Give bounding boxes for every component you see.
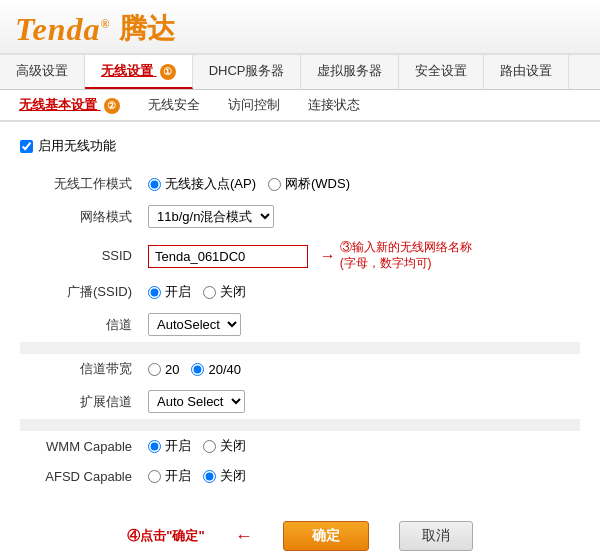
afsd-off-label[interactable]: 关闭: [203, 467, 246, 485]
channel-bw-2040-text: 20/40: [208, 362, 241, 377]
ext-channel-value: Auto Select 上: [140, 384, 580, 419]
enable-wireless-checkbox[interactable]: [20, 140, 33, 153]
nav-item-dhcp[interactable]: DHCP服务器: [193, 55, 302, 89]
network-mode-value: 11b/g/n混合模式 11b模式 11g模式 11n模式: [140, 199, 580, 234]
broadcast-on-label[interactable]: 开启: [148, 283, 191, 301]
channel-bw-row: 信道带宽 20 20/40: [20, 354, 580, 384]
network-mode-label: 网络模式: [20, 199, 140, 234]
ext-channel-select[interactable]: Auto Select 上: [148, 390, 245, 413]
channel-bw-value: 20 20/40: [140, 354, 580, 384]
channel-label: 信道: [20, 307, 140, 342]
wmm-off-radio[interactable]: [203, 440, 216, 453]
wmm-off-label[interactable]: 关闭: [203, 437, 246, 455]
channel-value: AutoSelect 1234 5678 910111213: [140, 307, 580, 342]
enable-wireless-label[interactable]: 启用无线功能: [38, 137, 116, 155]
work-mode-row: 无线工作模式 无线接入点(AP) 网桥(WDS): [20, 169, 580, 199]
broadcast-off-label[interactable]: 关闭: [203, 283, 246, 301]
broadcast-radio-group: 开启 关闭: [148, 283, 572, 301]
afsd-on-label[interactable]: 开启: [148, 467, 191, 485]
work-mode-wds-text: 网桥(WDS): [285, 175, 350, 193]
channel-bw-20-radio[interactable]: [148, 363, 161, 376]
wmm-row: WMM Capable 开启 关闭: [20, 431, 580, 461]
nav-item-wireless[interactable]: 无线设置 ①: [85, 55, 193, 89]
broadcast-off-text: 关闭: [220, 283, 246, 301]
header: Tenda® 腾达: [0, 0, 600, 55]
channel-bw-2040-label[interactable]: 20/40: [191, 362, 241, 377]
wmm-value: 开启 关闭: [140, 431, 580, 461]
broadcast-label: 广播(SSID): [20, 277, 140, 307]
ssid-value: → ③输入新的无线网络名称(字母，数字均可): [140, 234, 580, 277]
logo-chinese: 腾达: [119, 10, 175, 48]
work-mode-wds-label[interactable]: 网桥(WDS): [268, 175, 350, 193]
wmm-on-text: 开启: [165, 437, 191, 455]
confirm-button[interactable]: 确定: [283, 521, 369, 551]
nav-item-routing[interactable]: 路由设置: [484, 55, 569, 89]
logo-tenda: Tenda®: [15, 11, 111, 48]
ssid-arrow-icon: →: [320, 247, 336, 265]
step1-marker: ①: [160, 64, 176, 80]
ssid-input[interactable]: [148, 245, 308, 268]
broadcast-on-text: 开启: [165, 283, 191, 301]
work-mode-ap-radio[interactable]: [148, 178, 161, 191]
work-mode-radio-group: 无线接入点(AP) 网桥(WDS): [148, 175, 572, 193]
wmm-on-label[interactable]: 开启: [148, 437, 191, 455]
section-divider-2: [20, 419, 580, 431]
network-mode-row: 网络模式 11b/g/n混合模式 11b模式 11g模式 11n模式: [20, 199, 580, 234]
nav-item-security[interactable]: 安全设置: [399, 55, 484, 89]
sub-basic-label: 无线基本设置: [19, 97, 97, 112]
cancel-button[interactable]: 取消: [399, 521, 473, 551]
channel-bw-20-label[interactable]: 20: [148, 362, 179, 377]
work-mode-ap-label[interactable]: 无线接入点(AP): [148, 175, 256, 193]
wmm-radio-group: 开启 关闭: [148, 437, 572, 455]
step4-arrow-icon: ←: [235, 526, 253, 547]
ssid-row: SSID → ③输入新的无线网络名称(字母，数字均可): [20, 234, 580, 277]
afsd-label: AFSD Capable: [20, 461, 140, 491]
settings-table: 无线工作模式 无线接入点(AP) 网桥(WDS) 网络模式: [20, 169, 580, 491]
channel-row: 信道 AutoSelect 1234 5678 910111213: [20, 307, 580, 342]
sub-nav-security[interactable]: 无线安全: [134, 90, 214, 120]
nav-item-advanced[interactable]: 高级设置: [0, 55, 85, 89]
broadcast-row: 广播(SSID) 开启 关闭: [20, 277, 580, 307]
afsd-off-radio[interactable]: [203, 470, 216, 483]
step2-marker: ②: [104, 98, 120, 114]
nav-wireless-label: 无线设置: [101, 63, 153, 78]
ssid-hint-text: ③输入新的无线网络名称(字母，数字均可): [340, 240, 472, 271]
logo-text: Tenda: [15, 11, 101, 47]
enable-wireless-row: 启用无线功能: [20, 137, 580, 155]
channel-bw-20-text: 20: [165, 362, 179, 377]
afsd-value: 开启 关闭: [140, 461, 580, 491]
wmm-off-text: 关闭: [220, 437, 246, 455]
section-divider-1: [20, 342, 580, 354]
logo-reg: ®: [101, 17, 111, 31]
afsd-off-text: 关闭: [220, 467, 246, 485]
sub-nav: 无线基本设置 ② 无线安全 访问控制 连接状态: [0, 90, 600, 122]
sub-nav-access[interactable]: 访问控制: [214, 90, 294, 120]
afsd-on-text: 开启: [165, 467, 191, 485]
network-mode-select[interactable]: 11b/g/n混合模式 11b模式 11g模式 11n模式: [148, 205, 274, 228]
ssid-label: SSID: [20, 234, 140, 277]
ext-channel-label: 扩展信道: [20, 384, 140, 419]
afsd-radio-group: 开启 关闭: [148, 467, 572, 485]
broadcast-value: 开启 关闭: [140, 277, 580, 307]
work-mode-label: 无线工作模式: [20, 169, 140, 199]
afsd-row: AFSD Capable 开启 关闭: [20, 461, 580, 491]
broadcast-on-radio[interactable]: [148, 286, 161, 299]
ssid-annotation: → ③输入新的无线网络名称(字母，数字均可): [320, 240, 472, 271]
top-nav: 高级设置 无线设置 ① DHCP服务器 虚拟服务器 安全设置 路由设置: [0, 55, 600, 90]
channel-bw-label: 信道带宽: [20, 354, 140, 384]
button-row: ④点击"确定" ← 确定 取消: [20, 511, 580, 558]
nav-item-virtual[interactable]: 虚拟服务器: [301, 55, 399, 89]
afsd-on-radio[interactable]: [148, 470, 161, 483]
broadcast-off-radio[interactable]: [203, 286, 216, 299]
channel-select[interactable]: AutoSelect 1234 5678 910111213: [148, 313, 241, 336]
channel-bw-radio-group: 20 20/40: [148, 362, 572, 377]
ext-channel-row: 扩展信道 Auto Select 上: [20, 384, 580, 419]
work-mode-wds-radio[interactable]: [268, 178, 281, 191]
step4-label: ④点击"确定": [127, 527, 204, 545]
channel-bw-2040-radio[interactable]: [191, 363, 204, 376]
sub-nav-basic[interactable]: 无线基本设置 ②: [5, 90, 134, 120]
wmm-on-radio[interactable]: [148, 440, 161, 453]
wmm-label: WMM Capable: [20, 431, 140, 461]
sub-nav-status[interactable]: 连接状态: [294, 90, 374, 120]
work-mode-ap-text: 无线接入点(AP): [165, 175, 256, 193]
